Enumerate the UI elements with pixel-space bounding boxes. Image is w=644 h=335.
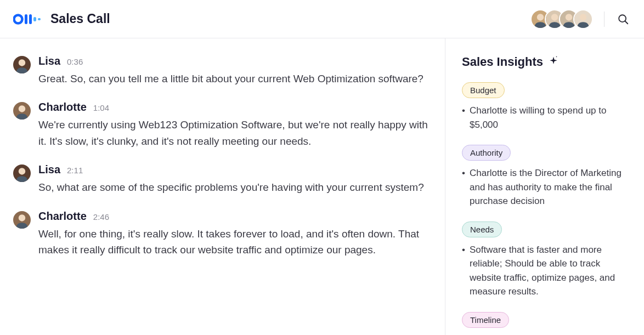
transcript-panel: Lisa 0:36 Great. So, can you tell me a l… <box>0 38 445 335</box>
speaker-name: Lisa <box>38 55 60 67</box>
svg-rect-1 <box>25 14 27 24</box>
header: Sales Call <box>0 0 644 38</box>
svg-point-8 <box>551 14 558 20</box>
svg-rect-3 <box>33 17 36 21</box>
svg-rect-4 <box>38 18 41 20</box>
timestamp[interactable]: 0:36 <box>67 57 83 66</box>
insights-title: Sales Insights <box>462 55 543 69</box>
header-left: Sales Call <box>13 12 110 26</box>
timestamp[interactable]: 1:04 <box>93 103 109 112</box>
speaker-name: Lisa <box>38 163 60 176</box>
entry-body: Lisa 0:36 Great. So, can you tell me a l… <box>38 55 428 87</box>
speaker-name: Charlotte <box>38 210 87 223</box>
svg-point-16 <box>19 59 25 66</box>
svg-point-22 <box>19 214 25 221</box>
speaker-avatar <box>13 164 31 182</box>
entry-body: Charlotte 1:04 We're currently using Web… <box>38 101 428 149</box>
svg-point-12 <box>580 14 586 20</box>
svg-point-0 <box>14 15 22 23</box>
insight-label[interactable]: Authority <box>462 145 511 161</box>
transcript-entry: Charlotte 1:04 We're currently using Web… <box>13 101 428 149</box>
insights-title-row: Sales Insights <box>462 55 632 69</box>
entry-head: Lisa 0:36 <box>38 55 428 67</box>
participant-avatar[interactable] <box>573 9 593 29</box>
sparkle-icon <box>549 56 558 68</box>
insight-text: Software that is faster and more reliabl… <box>462 243 632 299</box>
timestamp[interactable]: 2:46 <box>93 212 109 222</box>
search-icon <box>617 13 629 25</box>
utterance-text[interactable]: Well, for one thing, it's really slow. I… <box>38 226 428 258</box>
svg-point-18 <box>19 106 25 112</box>
entry-head: Lisa 2:11 <box>38 163 428 176</box>
svg-point-6 <box>537 14 544 20</box>
speaker-avatar <box>13 56 31 73</box>
divider <box>604 12 605 27</box>
timestamp[interactable]: 2:11 <box>67 166 83 175</box>
speaker-avatar <box>13 211 31 229</box>
page-title: Sales Call <box>50 12 110 26</box>
insight-block: Timeline <box>462 312 632 333</box>
svg-point-10 <box>566 14 572 20</box>
insights-panel: Sales Insights BudgetCharlotte is willin… <box>445 38 644 335</box>
transcript-entry: Lisa 0:36 Great. So, can you tell me a l… <box>13 55 428 87</box>
entry-head: Charlotte 1:04 <box>38 101 428 113</box>
speaker-avatar <box>13 102 31 120</box>
entry-body: Lisa 2:11 So, what are some of the speci… <box>38 163 428 195</box>
utterance-text[interactable]: So, what are some of the specific proble… <box>38 179 428 195</box>
transcript-entry: Lisa 2:11 So, what are some of the speci… <box>13 163 428 195</box>
svg-line-14 <box>625 21 628 24</box>
app-logo[interactable] <box>13 12 41 26</box>
insight-block: NeedsSoftware that is faster and more re… <box>462 222 632 299</box>
utterance-text[interactable]: Great. So, can you tell me a little bit … <box>38 71 428 87</box>
insight-block: AuthorityCharlotte is the Director of Ma… <box>462 145 632 208</box>
entry-body: Charlotte 2:46 Well, for one thing, it's… <box>38 210 428 258</box>
svg-point-20 <box>19 168 25 175</box>
insight-label[interactable]: Budget <box>462 82 505 98</box>
content: Lisa 0:36 Great. So, can you tell me a l… <box>0 38 644 335</box>
insight-label[interactable]: Needs <box>462 222 502 237</box>
search-button[interactable] <box>615 12 631 27</box>
svg-rect-2 <box>29 14 32 24</box>
speaker-name: Charlotte <box>38 101 87 113</box>
utterance-text[interactable]: We're currently using Web123 Optimizatio… <box>38 117 428 149</box>
transcript-entry: Charlotte 2:46 Well, for one thing, it's… <box>13 210 428 258</box>
header-right <box>530 9 631 29</box>
insight-text: Charlotte is the Director of Marketing a… <box>462 166 632 208</box>
entry-head: Charlotte 2:46 <box>38 210 428 223</box>
insight-label[interactable]: Timeline <box>462 312 509 328</box>
participant-avatars[interactable] <box>530 9 593 29</box>
insight-block: BudgetCharlotte is willing to spend up t… <box>462 82 632 132</box>
insight-text: Charlotte is willing to spend up to $5,0… <box>462 104 632 132</box>
